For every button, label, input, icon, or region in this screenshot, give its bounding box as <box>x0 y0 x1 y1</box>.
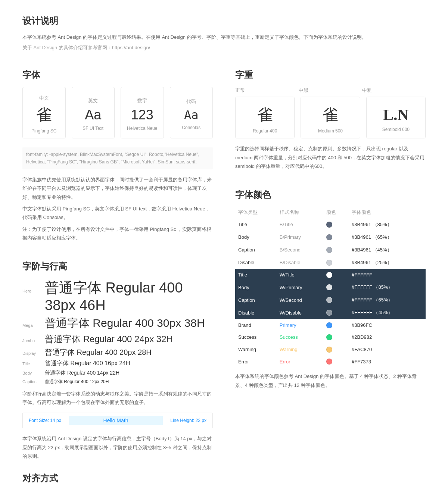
row-type: Body <box>235 231 277 244</box>
color-dot <box>326 297 332 303</box>
font-note: 注：为了便于设计使用，在所有设计文件中，字体一律采用 Pingfang Sc ，… <box>22 225 213 243</box>
intro-desc1: 本字体系统参考 Ant Design 的字体定义过程与最终结果。在使用 Ant … <box>22 33 426 41</box>
row-dot <box>323 281 349 294</box>
font-name-code: Consolas <box>182 125 200 130</box>
font-box-en: 英文 Aa SF UI Text <box>72 87 115 138</box>
row-style: W/Disable <box>277 306 323 319</box>
weight-char-500: 雀 <box>323 104 338 125</box>
color-dot <box>326 222 332 228</box>
row-dot <box>323 244 349 256</box>
row-dot <box>323 343 349 356</box>
line-height-demo: Font Size: 14 px Hello Math Line Height:… <box>22 413 213 428</box>
font-box-zh: 中文 雀 Pingfang SC <box>22 87 66 138</box>
row-hex: #FFFFFF <box>349 269 426 281</box>
scale-tag-jumbo: Jumbo <box>22 338 45 343</box>
row-type: Disable <box>235 256 277 269</box>
weight-label-medium: 中黑 <box>299 87 362 94</box>
font-name-en: SF UI Text <box>83 126 103 131</box>
scale-title: Title 普通字体 Regular 400 16px 24H <box>22 360 213 368</box>
color-row-success: Success Success #2BD982 <box>235 331 426 344</box>
row-hex: #3B4961 （45%） <box>349 244 426 256</box>
font-section-title: 字体 <box>22 69 213 81</box>
row-dot <box>323 218 349 231</box>
color-dot <box>326 310 332 316</box>
scale-caption: Caption 普通字体 Regular 400 12px 20H <box>22 379 213 385</box>
color-row-disable-b: Disable B/Disable #3B4961 （25%） <box>235 256 426 269</box>
font-name-zh: Pingfang SC <box>31 128 56 134</box>
weight-name-600: Semibold 600 <box>382 127 410 132</box>
font-stack: font-family: -apple-system, BlinkMacSyst… <box>22 147 213 169</box>
color-row-error: Error Error #FF7373 <box>235 356 426 368</box>
weight-box-500: 雀 Medium 500 <box>301 97 360 138</box>
color-row-body-b: Body B/Primary #3B4961 （65%） <box>235 231 426 244</box>
scale-text-display: 普通字体 Regular 400 20px 28H <box>45 347 152 357</box>
row-dot <box>323 231 349 244</box>
align-section-title: 对齐方式 <box>22 472 426 484</box>
color-dot <box>326 322 332 328</box>
scale-text-mega: 普通字体 Regular 400 30px 38H <box>45 316 205 331</box>
row-style: B/Title <box>277 218 323 231</box>
color-row-disable-w: Disable W/Disable #FFFFFF （45%） <box>235 306 426 319</box>
row-style: Warning <box>277 343 323 356</box>
intro-section: 设计说明 本字体系统参考 Ant Design 的字体定义过程与最终结果。在使用… <box>22 15 426 51</box>
row-dot <box>323 331 349 344</box>
row-hex: #3B4961 （65%） <box>349 231 426 244</box>
color-dot <box>326 347 332 353</box>
scale-text-body: 普通字体 Regular 400 14px 22H <box>45 370 119 376</box>
row-hex: #FF7373 <box>349 356 426 368</box>
scale-tag-mega: Mega <box>22 323 45 328</box>
weight-boxes: 雀 Regular 400 雀 Medium 500 L.N Semibold … <box>235 97 426 138</box>
row-dot <box>323 256 349 269</box>
font-char-zh: 雀 <box>36 104 52 125</box>
row-style: W/Second <box>277 294 323 306</box>
row-style: B/Primary <box>277 231 323 244</box>
scale-display: Display 普通字体 Regular 400 20px 28H <box>22 347 213 357</box>
font-name-num: Helvetica Neue <box>127 126 157 131</box>
row-style: W/Title <box>277 269 323 281</box>
color-row-title-b: Title B/Title #3B4961 （85%） <box>235 218 426 231</box>
color-dot <box>326 234 332 240</box>
row-hex: #FFFFFF （65%） <box>349 294 426 306</box>
row-hex: #FFFFFF （45%） <box>349 306 426 319</box>
color-dot <box>326 284 332 290</box>
color-row-caption-w: Caption W/Second #FFFFFF （65%） <box>235 294 426 306</box>
font-label-num: 数字 <box>137 97 147 104</box>
scale-tag-body: Body <box>22 371 45 375</box>
color-dot <box>326 359 332 365</box>
row-type: Brand <box>235 319 277 331</box>
color-dot <box>326 247 332 253</box>
row-hex: #FFFFFF （85%） <box>349 281 426 294</box>
weight-name-400: Regular 400 <box>253 128 277 134</box>
row-type: Caption <box>235 294 277 306</box>
color-section: 字体颜色 字体类型 样式名称 颜色 字体颜色 Title B/Title <box>235 189 426 390</box>
color-table: 字体类型 样式名称 颜色 字体颜色 Title B/Title #3B4961 … <box>235 207 426 368</box>
scale-text-title: 普通字体 Regular 400 16px 24H <box>45 360 130 368</box>
row-hex: #2BD982 <box>349 331 426 344</box>
row-type: Title <box>235 269 277 281</box>
scale-hero: Hero 普通字体 Regular 400 38px 46H <box>22 278 213 313</box>
scale-text-caption: 普通字体 Regular 400 12px 20H <box>45 379 109 385</box>
row-hex: #FAC870 <box>349 343 426 356</box>
weight-section-title: 字重 <box>235 69 426 81</box>
font-label-code: 代码 <box>186 98 196 105</box>
lh-line-height: Line Height: 22 px <box>170 418 206 423</box>
font-box-num: 数字 123 Helvetica Neue <box>121 87 164 138</box>
row-hex: #3B4961 （85%） <box>349 218 426 231</box>
col-header-hex: 字体颜色 <box>349 207 426 218</box>
page-title: 设计说明 <box>22 15 426 27</box>
weight-name-500: Medium 500 <box>318 128 343 134</box>
left-column: 字体 中文 雀 Pingfang SC 英文 Aa SF UI Text 数字 … <box>22 69 213 472</box>
row-dot <box>323 319 349 331</box>
font-desc2: 中文字体默认采用 Pingfang SC，英文字体采用 SF UI text，数… <box>22 204 213 222</box>
scale-jumbo: Jumbo 普通字体 Regular 400 24px 32H <box>22 333 213 345</box>
row-type: Error <box>235 356 277 368</box>
font-desc1: 字体集族中优先使用系统默认认的界面字体，同时提供了一套利于屏显的备用字体库，来维… <box>22 175 213 201</box>
font-char-en: Aa <box>85 107 101 123</box>
scale-section-title: 字阶与行高 <box>22 260 213 272</box>
col-header-type: 字体类型 <box>235 207 277 218</box>
color-row-warning: Warning Warning #FAC870 <box>235 343 426 356</box>
row-type: Disable <box>235 306 277 319</box>
color-row-brand: Brand Primary #3B96FC <box>235 319 426 331</box>
row-dot <box>323 269 349 281</box>
color-dot <box>326 334 332 340</box>
